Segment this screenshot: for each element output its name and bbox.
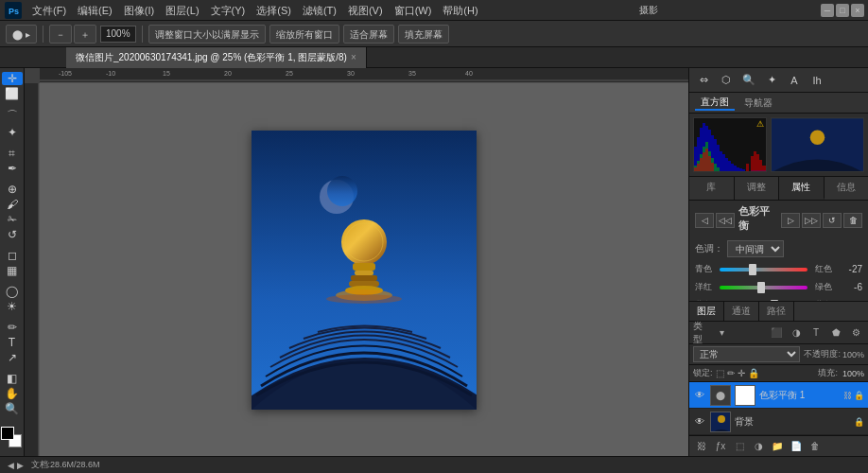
blend-mode-select[interactable]: 正常 [693,346,800,362]
new-adjustment-btn[interactable]: ◑ [750,438,767,455]
cb-next-all-btn[interactable]: ▷▷ [802,213,821,228]
tab-adjustments[interactable]: 调整 [735,177,780,200]
pen-tool[interactable]: ✏ [2,321,23,334]
layer-filter-type[interactable]: T [807,324,825,342]
layer-filter-shape[interactable]: ⬟ [827,324,844,342]
zoom-tool[interactable]: 🔍 [2,402,23,415]
cb-reset-btn[interactable]: ↺ [823,213,842,228]
lock-pixels-icon[interactable]: ✏ [727,368,735,378]
panel-icon-4[interactable]: ✦ [761,70,782,91]
yellow-blue-thumb[interactable] [771,300,778,302]
lasso-tool[interactable]: ⌒ [2,108,23,124]
zoom-out-btn[interactable]: － [49,25,72,44]
add-mask-btn[interactable]: ⬚ [731,438,748,455]
layer-row-0[interactable]: 👁 ⬤ 色彩平衡 1 ⛓ 🔒 [689,382,868,409]
foreground-color-swatch[interactable] [1,427,14,440]
menu-view[interactable]: 视图(V) [342,0,389,21]
new-group-btn[interactable]: 📁 [769,438,786,455]
gradient-tool[interactable]: ▦ [2,264,23,277]
layer-filter-adj[interactable]: ◑ [788,324,805,342]
new-layer-btn[interactable]: 📄 [788,438,805,455]
fit-screen-btn[interactable]: 适合屏幕 [343,25,394,44]
histogram-tab[interactable]: 直方图 [695,96,735,111]
layer-visibility-1[interactable]: 👁 [693,416,706,427]
layers-panel: 图层 通道 路径 类型 ▾ ⬛ ◑ T ⬟ ⚙ 正常 不 [689,301,868,456]
layer-row-1[interactable]: 👁 背景 🔒 [689,409,868,435]
layers-tab-channels[interactable]: 通道 [724,302,759,321]
menu-file[interactable]: 文件(F) [26,0,72,21]
maximize-button[interactable]: □ [836,4,849,17]
move-tool-btn[interactable]: ⬤ ▸ [6,25,37,44]
panel-icon-5[interactable]: A [784,70,805,91]
magenta-green-thumb[interactable] [757,282,765,293]
add-link-btn[interactable]: ⛓ [693,438,710,455]
canvas-wrapper[interactable] [40,83,688,456]
zoom-in-btn[interactable]: ＋ [74,25,96,44]
cyan-red-thumb[interactable] [749,264,756,275]
fill-screen-btn[interactable]: 填充屏幕 [398,25,449,44]
fit-window-btn[interactable]: 调整窗口大小以满屏显示 [148,25,266,44]
lock-transparent-icon[interactable]: ⬚ [716,368,724,378]
layer-visibility-0[interactable]: 👁 [693,390,706,400]
layers-tab-layers[interactable]: 图层 [689,302,724,321]
type-tool[interactable]: T [2,336,23,349]
zoom-input[interactable] [100,26,136,43]
layer-filter-dropdown[interactable]: ▾ [713,324,730,342]
brush-tool[interactable]: 🖌 [2,198,23,211]
eyedropper-tool[interactable]: ✒ [2,162,23,175]
healing-brush-tool[interactable]: ⊕ [2,183,23,196]
layer-filter-pixel[interactable]: ⬛ [768,324,785,342]
minimize-button[interactable]: ─ [821,4,834,17]
menu-filter[interactable]: 滤镜(T) [297,0,342,21]
tab-properties[interactable]: 属性 [779,177,825,200]
layers-bottom-toolbar: ⛓ ƒx ⬚ ◑ 📁 📄 🗑 [689,435,868,456]
layer-filter-smart[interactable]: ⚙ [847,324,864,342]
tone-dropdown[interactable]: 阴影 中间调 高光 [727,240,784,257]
menu-help[interactable]: 帮助(H) [437,0,483,21]
path-select-tool[interactable]: ↗ [2,351,23,364]
zoom-all-btn[interactable]: 缩放所有窗口 [269,25,339,44]
cb-delete-btn[interactable]: 🗑 [843,213,862,228]
move-tool[interactable]: ✛ [2,72,23,85]
status-arrows[interactable]: ◀ ▶ [8,461,24,470]
active-tab[interactable]: 微信图片_20200630174341.jpg @ 25% (色彩平衡 1, 图… [66,47,367,68]
delete-layer-btn[interactable]: 🗑 [807,438,824,455]
blur-tool[interactable]: ◯ [2,285,23,298]
lock-position-icon[interactable]: ✛ [738,368,745,378]
panel-icon-6[interactable]: Ih [807,70,827,91]
cb-next-btn[interactable]: ▷ [781,213,800,228]
menu-edit[interactable]: 编辑(E) [72,0,118,21]
layer-thumb-1 [710,412,731,432]
dodge-tool[interactable]: ☀ [2,300,23,313]
menu-image[interactable]: 图像(I) [118,0,160,21]
cb-prev-btn[interactable]: ◁ [695,213,714,228]
menu-select[interactable]: 选择(S) [251,0,297,21]
hand-tool[interactable]: ✋ [2,387,23,400]
menu-text[interactable]: 文字(Y) [205,0,252,21]
tab-close-btn[interactable]: × [351,47,356,68]
eraser-tool[interactable]: ◻ [2,249,23,262]
menu-layer[interactable]: 图层(L) [160,0,204,21]
panel-icon-2[interactable]: ⬡ [716,70,737,91]
panel-icon-3[interactable]: 🔍 [738,70,759,91]
panel-icon-1[interactable]: ⇔ [693,70,714,91]
select-rect-tool[interactable]: ⬜ [2,87,23,100]
cyan-red-slider[interactable] [720,268,807,272]
tab-library[interactable]: 库 [689,177,735,200]
crop-tool[interactable]: ⌗ [2,147,23,160]
layers-tab-paths[interactable]: 路径 [759,302,794,321]
clone-stamp-tool[interactable]: ✁ [2,213,23,226]
cb-prev-all-btn[interactable]: ◁◁ [716,213,735,228]
close-button[interactable]: × [851,4,864,17]
navigator-tab[interactable]: 导航器 [738,96,778,110]
menu-window[interactable]: 窗口(W) [389,0,438,21]
add-fx-btn[interactable]: ƒx [712,438,729,455]
tab-info[interactable]: 信息 [825,177,869,200]
history-brush-tool[interactable]: ↺ [2,228,23,241]
svg-rect-33 [720,151,722,172]
magic-wand-tool[interactable]: ✦ [2,126,23,139]
shape-tool[interactable]: ◧ [2,372,23,385]
lock-all-icon[interactable]: 🔒 [748,368,759,378]
magenta-green-slider[interactable] [720,286,807,289]
svg-text:35: 35 [408,70,416,77]
